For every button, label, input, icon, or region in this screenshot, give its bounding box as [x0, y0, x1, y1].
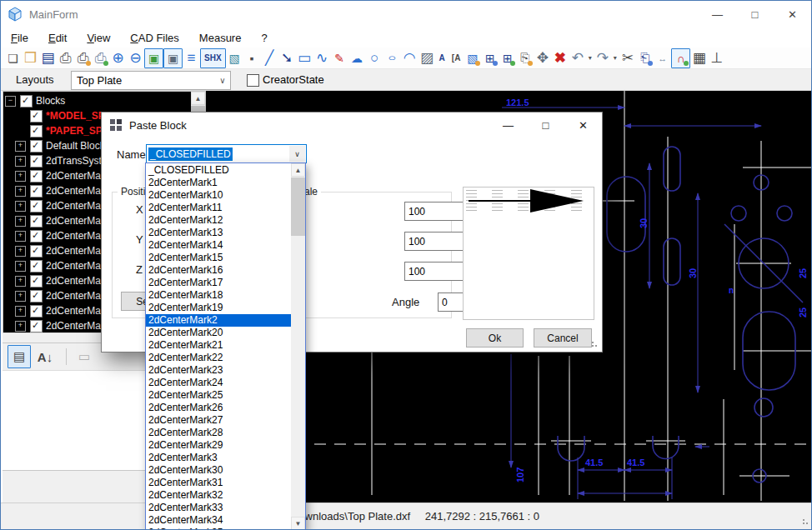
dropdown-item[interactable]: 2dCenterMark27 [146, 414, 291, 427]
dropdown-item[interactable]: 2dCenterMark26 [146, 402, 291, 414]
scroll-up-icon[interactable]: ▲ [291, 163, 305, 177]
expand-icon[interactable]: + [15, 291, 26, 302]
text-tool-icon[interactable]: A [436, 49, 449, 68]
cancel-button[interactable]: Cancel [534, 328, 592, 348]
checkbox-icon[interactable] [30, 215, 43, 228]
plot-icon[interactable]: ⎙ [92, 49, 109, 68]
dropdown-item[interactable]: 2dCenterMark32 [146, 489, 291, 502]
dialog-maximize-button[interactable]: □ [527, 112, 564, 138]
checkbox-icon[interactable] [30, 110, 43, 122]
image-settings-icon[interactable]: ▧ [464, 49, 481, 68]
dropdown-item[interactable]: 2dCenterMark24 [146, 377, 291, 389]
dropdown-item[interactable]: 2dCenterMark14 [146, 239, 291, 252]
dialog-resize-grip[interactable] [591, 341, 599, 349]
menu-item[interactable]: CAD Files [120, 29, 189, 47]
background-toggle-icon[interactable]: ▣ [163, 48, 183, 68]
snap-magnet-icon[interactable]: ∩ [671, 48, 690, 68]
menu-item[interactable]: View [77, 29, 120, 47]
expand-icon[interactable]: + [15, 306, 26, 317]
checkbox-icon[interactable] [30, 245, 43, 258]
checkbox-icon[interactable] [30, 155, 43, 168]
grid-icon[interactable]: ▦ [690, 49, 708, 68]
property-pages-icon[interactable]: ▭ [73, 346, 95, 368]
expand-icon[interactable]: + [15, 231, 26, 242]
dropdown-item[interactable]: 2dCenterMark17 [146, 277, 291, 289]
dropdown-item[interactable]: 2dCenterMark1 [146, 177, 291, 189]
cloud-tool-icon[interactable]: ☁ [348, 49, 366, 68]
dropdown-item[interactable]: 2dCenterMark19 [146, 302, 291, 314]
dropdown-item[interactable]: 2dCenterMark21 [146, 339, 291, 352]
checkbox-icon[interactable] [30, 260, 43, 272]
expand-icon[interactable]: + [15, 321, 26, 332]
tree-root-blocks[interactable]: − Blocks [3, 93, 191, 108]
expand-icon[interactable]: + [15, 186, 26, 197]
expand-icon[interactable]: + [15, 261, 26, 272]
cut-icon[interactable]: ✂ [619, 49, 636, 68]
dropdown-item[interactable]: 2dCenterMark3 [146, 452, 291, 464]
arrow-line-tool-icon[interactable]: ➘ [278, 49, 296, 68]
redo-icon[interactable]: ↷ [594, 49, 611, 68]
checkbox-icon[interactable] [30, 170, 43, 182]
dropdown-item[interactable]: 2dCenterMark10 [146, 189, 291, 202]
checkbox-icon[interactable] [30, 290, 43, 302]
line-tool-icon[interactable]: ╱ [261, 49, 278, 68]
dropdown-item[interactable]: 2dCenterMark34 [146, 514, 291, 527]
block-name-combobox[interactable]: _CLOSEDFILLED ∨ [146, 144, 307, 163]
image-icon[interactable]: ▧ [226, 49, 243, 68]
ok-button[interactable]: Ok [466, 328, 524, 348]
chevron-down-icon[interactable]: ∨ [289, 146, 305, 162]
rectangle-tool-icon[interactable]: ▭ [296, 49, 313, 68]
scroll-down-icon[interactable]: ▼ [291, 517, 305, 530]
layers-icon[interactable]: ≡ [183, 49, 200, 68]
expand-icon[interactable]: + [15, 141, 26, 152]
sort-az-icon[interactable]: A↓ [31, 346, 59, 368]
zoom-in-icon[interactable]: ⊕ [109, 49, 127, 68]
hatch-tool-icon[interactable]: ▨ [419, 49, 436, 68]
polyline-tool-icon[interactable]: ∿ [313, 49, 331, 68]
dropdown-item[interactable]: _CLOSEDFILLED [146, 164, 291, 177]
checkbox-icon[interactable] [20, 95, 33, 108]
dropdown-scrollbar[interactable]: ▲ ▼ [291, 163, 305, 530]
paste-block-icon[interactable]: ⎘ [516, 49, 534, 68]
block-clock-icon[interactable]: ⊞ [481, 49, 499, 68]
expand-icon[interactable]: + [15, 171, 26, 182]
menu-item[interactable]: File [1, 29, 38, 47]
dropdown-item[interactable]: 2dCenterMark29 [146, 439, 291, 452]
dialog-close-button[interactable]: ✕ [564, 112, 602, 138]
shx-fonts-button[interactable]: SHX [200, 48, 226, 68]
undo-caret-icon[interactable]: ▾ [586, 49, 594, 68]
dropdown-item[interactable]: 2dCenterMark13 [146, 227, 291, 239]
block-import-icon[interactable]: ⊞ [499, 49, 516, 68]
dropdown-item[interactable]: 2dCenterMark2 [146, 314, 291, 327]
dropdown-item[interactable]: 2dCenterMark20 [146, 327, 291, 339]
separator[interactable] [66, 348, 67, 365]
expand-icon[interactable]: + [15, 276, 26, 287]
expand-icon[interactable]: + [15, 216, 26, 227]
dropdown-item[interactable]: 2dCenterMark22 [146, 352, 291, 364]
checkbox-icon[interactable] [30, 305, 43, 318]
expand-icon[interactable]: + [15, 156, 26, 167]
checkbox-icon[interactable] [30, 185, 43, 198]
dropdown-item[interactable]: 2dCenterMark25 [146, 389, 291, 402]
dropdown-item[interactable]: 2dCenterMark35 [146, 527, 291, 530]
expand-icon[interactable]: + [15, 201, 26, 212]
sketch-tool-icon[interactable]: ✎ [331, 49, 348, 68]
checkbox-icon[interactable] [30, 200, 43, 212]
perpendicular-icon[interactable]: ⊥ [708, 49, 725, 68]
minimize-button[interactable]: — [699, 1, 736, 28]
dropdown-item[interactable]: 2dCenterMark33 [146, 502, 291, 514]
image-frame-toggle-icon[interactable]: ▣ [144, 48, 163, 68]
scrollbar-thumb[interactable] [291, 178, 305, 236]
maximize-button[interactable]: □ [736, 1, 774, 28]
expand-icon[interactable]: + [15, 246, 26, 257]
layout-select[interactable]: Top Plate ∨ [71, 71, 231, 90]
circle-tool-icon[interactable]: ○ [366, 49, 383, 68]
ellipse-tool-icon[interactable]: ○ [383, 52, 401, 64]
dimension-icon[interactable]: ↔ [654, 49, 671, 68]
checkbox-icon[interactable] [30, 140, 43, 152]
save-icon[interactable]: ▤ [39, 49, 57, 68]
point-style-icon[interactable]: ▪ [243, 49, 261, 68]
dropdown-item[interactable]: 2dCenterMark15 [146, 252, 291, 264]
checkbox-icon[interactable] [30, 275, 43, 288]
new-file-icon[interactable]: ❏ [4, 49, 22, 68]
